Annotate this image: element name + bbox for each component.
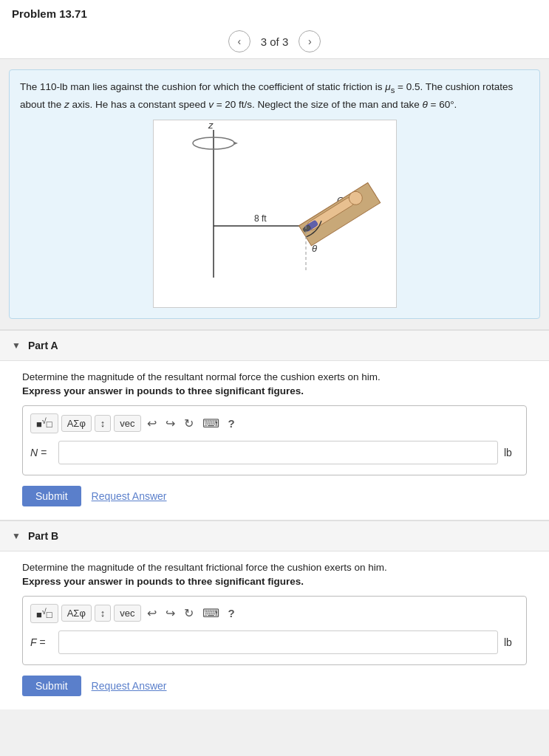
part-a-redo-btn[interactable]: ↪ (163, 415, 178, 432)
vec-icon: vec (120, 418, 134, 429)
part-a-answer-box: ■√□ ΑΣφ ↕ vec ↩ ↪ ↻ (22, 405, 527, 475)
header: Problem 13.71 (0, 0, 549, 24)
problem-title: Problem 13.71 (12, 7, 87, 20)
part-b-arrow-btn[interactable]: ↕ (95, 605, 112, 622)
prev-button[interactable]: ‹ (228, 30, 250, 52)
part-a-unit: lb (504, 447, 519, 458)
symbol-icon: ΑΣφ (67, 418, 86, 429)
part-a-section: ▼ Part A Determine the magnitude of the … (0, 329, 549, 519)
svg-rect-7 (299, 182, 380, 245)
svg-text:θ: θ (312, 243, 317, 254)
problem-box: The 110-lb man lies against the cushion … (9, 69, 540, 319)
redo-icon-b: ↪ (166, 607, 175, 619)
part-b-unit: lb (504, 636, 519, 648)
part-a-fraction-btn[interactable]: ■√□ (30, 413, 58, 433)
nav-bar: ‹ 3 of 3 › (0, 24, 549, 59)
undo-icon-b: ↩ (147, 607, 157, 619)
part-a-header[interactable]: ▼ Part A (0, 331, 549, 361)
keyboard-icon-b: ⌨ (202, 607, 219, 619)
part-b-input-row: F = lb (30, 630, 519, 654)
part-b-toolbar: ■√□ ΑΣφ ↕ vec ↩ ↪ ↻ (30, 604, 519, 623)
part-a-submit-button[interactable]: Submit (22, 486, 81, 506)
part-a-vec-btn[interactable]: vec (114, 415, 140, 432)
refresh-icon: ↻ (184, 417, 194, 430)
problem-text: The 110-lb man lies against the cushion … (20, 79, 529, 112)
part-a-symbol-btn[interactable]: ΑΣφ (61, 415, 92, 432)
svg-marker-3 (234, 142, 238, 145)
part-a-request-answer[interactable]: Request Answer (92, 490, 167, 502)
part-b-symbol-btn[interactable]: ΑΣφ (61, 605, 92, 622)
part-a-toolbar: ■√□ ΑΣφ ↕ vec ↩ ↪ ↻ (30, 413, 519, 433)
part-b-undo-btn[interactable]: ↩ (144, 605, 160, 622)
svg-text:8 ft: 8 ft (254, 213, 267, 224)
part-a-body: Determine the magnitude of the resultant… (0, 361, 549, 519)
part-b-header[interactable]: ▼ Part B (0, 521, 549, 551)
part-b-refresh-btn[interactable]: ↻ (181, 605, 197, 622)
part-b-submit-button[interactable]: Submit (22, 676, 81, 696)
part-a-input[interactable] (58, 441, 498, 464)
symbol-icon-b: ΑΣφ (67, 608, 86, 619)
part-b-vec-btn[interactable]: vec (114, 605, 140, 622)
refresh-icon-b: ↻ (184, 607, 194, 619)
part-b-request-answer[interactable]: Request Answer (92, 680, 167, 692)
diagram: z 8 ft G (153, 120, 397, 308)
part-a-input-row: N = lb (30, 441, 519, 464)
part-a-instruction: Express your answer in pounds to three s… (22, 385, 527, 396)
part-b-description: Determine the magnitude of the resultant… (22, 562, 527, 573)
part-b-redo-btn[interactable]: ↪ (163, 605, 178, 622)
part-a-undo-btn[interactable]: ↩ (144, 415, 160, 432)
keyboard-icon: ⌨ (202, 417, 219, 430)
part-a-help-btn[interactable]: ? (225, 416, 238, 431)
part-b-keyboard-btn[interactable]: ⌨ (200, 605, 222, 622)
part-b-input[interactable] (58, 630, 498, 654)
arrow-icon: ↕ (100, 418, 106, 429)
part-a-arrow: ▼ (12, 340, 21, 351)
part-b-label: Part B (28, 530, 58, 542)
fraction-icon-b: ■√□ (36, 607, 52, 620)
part-a-description: Determine the magnitude of the resultant… (22, 371, 527, 382)
undo-icon: ↩ (147, 417, 157, 430)
part-b-help-btn[interactable]: ? (225, 605, 238, 621)
part-a-label: Part A (28, 340, 58, 351)
part-b-input-label: F = (30, 636, 52, 648)
next-button[interactable]: › (299, 30, 321, 52)
vec-icon-b: vec (120, 608, 134, 619)
part-b-arrow: ▼ (12, 531, 21, 541)
part-b-section: ▼ Part B Determine the magnitude of the … (0, 520, 549, 709)
part-a-arrow-btn[interactable]: ↕ (95, 415, 112, 432)
fraction-icon: ■√□ (36, 416, 52, 430)
part-a-btn-row: Submit Request Answer (22, 486, 527, 506)
part-b-answer-box: ■√□ ΑΣφ ↕ vec ↩ ↪ ↻ (22, 596, 527, 665)
help-icon: ? (228, 417, 235, 430)
arrow-icon-b: ↕ (100, 608, 106, 619)
part-b-btn-row: Submit Request Answer (22, 676, 527, 696)
part-b-body: Determine the magnitude of the resultant… (0, 551, 549, 709)
part-b-instruction: Express your answer in pounds to three s… (22, 576, 527, 587)
help-icon-b: ? (228, 607, 235, 619)
part-b-fraction-btn[interactable]: ■√□ (30, 604, 58, 623)
part-a-refresh-btn[interactable]: ↻ (181, 415, 197, 432)
part-a-input-label: N = (30, 447, 52, 458)
part-a-keyboard-btn[interactable]: ⌨ (200, 415, 222, 432)
redo-icon: ↪ (166, 417, 175, 430)
svg-text:z: z (208, 123, 214, 131)
nav-count: 3 of 3 (261, 35, 289, 48)
